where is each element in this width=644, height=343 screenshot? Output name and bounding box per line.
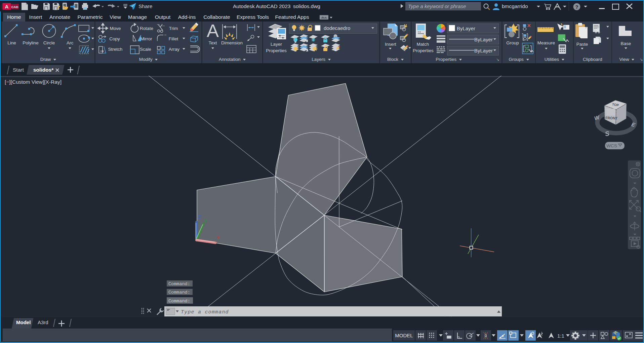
svg-text:Z: Z [197, 214, 201, 220]
svg-text:CAD: CAD [11, 5, 18, 9]
svg-text:WCS: WCS [606, 143, 617, 148]
svg-text:FRONT: FRONT [605, 116, 618, 120]
svg-text:Command:: Command: [168, 299, 190, 304]
svg-text:1:1: 1:1 [557, 333, 564, 339]
svg-text:A: A [5, 4, 9, 9]
svg-text:?: ? [575, 4, 578, 10]
svg-text:Type a command: Type a command [181, 309, 229, 315]
svg-text:MODEL: MODEL [395, 333, 413, 338]
svg-text:Command:: Command: [168, 290, 190, 295]
svg-text:Command:: Command: [168, 281, 190, 287]
svg-text:×: × [216, 234, 220, 240]
